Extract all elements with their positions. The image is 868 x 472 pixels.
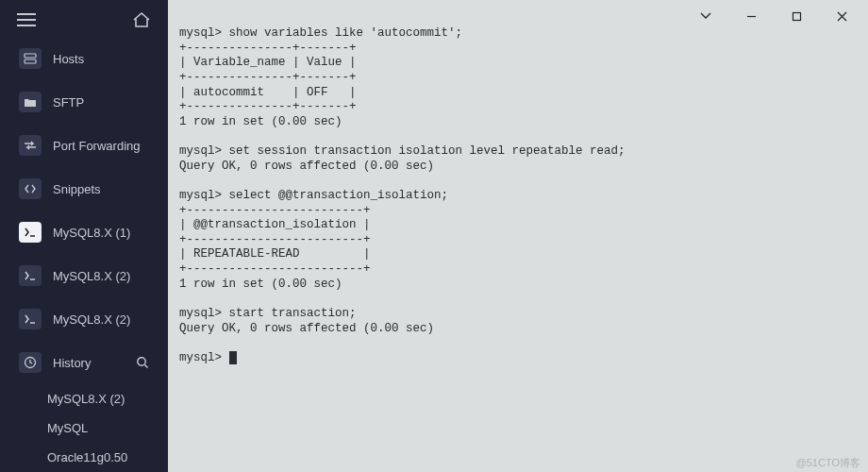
terminal-icon <box>19 309 42 329</box>
sidebar-item-history[interactable]: History <box>6 343 162 382</box>
hosts-icon <box>19 48 42 69</box>
cursor-icon <box>229 351 237 364</box>
sidebar-item-label: Port Forwarding <box>53 139 149 153</box>
arrows-icon <box>19 135 42 156</box>
sidebar-header <box>0 8 168 31</box>
history-item[interactable]: MySQL <box>43 413 168 443</box>
terminal-icon <box>19 265 42 286</box>
close-button[interactable] <box>821 2 862 30</box>
history-item[interactable]: Oracle11g0.50 <box>43 443 168 472</box>
folder-icon <box>19 92 42 112</box>
sidebar-item-mysql-2b[interactable]: MySQL8.X (2) <box>6 299 162 339</box>
sidebar-item-label: History <box>53 356 125 370</box>
svg-rect-0 <box>25 54 36 58</box>
sidebar-list: Hosts SFTP Port Forwarding Snippets MySQ… <box>0 31 168 472</box>
sidebar-item-label: Hosts <box>53 52 149 66</box>
sidebar-item-snippets[interactable]: Snippets <box>6 169 162 209</box>
maximize-button[interactable] <box>776 2 817 30</box>
terminal-icon <box>19 222 42 243</box>
window-controls <box>685 0 868 32</box>
sidebar-item-label: MySQL8.X (2) <box>53 312 149 327</box>
home-icon[interactable] <box>132 10 151 29</box>
sidebar-item-mysql-2a[interactable]: MySQL8.X (2) <box>6 256 162 295</box>
chevron-down-icon[interactable] <box>685 2 726 30</box>
sidebar-item-label: SFTP <box>53 95 149 110</box>
history-children: MySQL8.X (2) MySQL Oracle11g0.50 <box>0 384 168 472</box>
terminal-prompt: mysql> <box>179 351 229 364</box>
terminal-output[interactable]: mysql> show variables like 'autocommit';… <box>168 0 868 365</box>
svg-rect-4 <box>793 12 800 20</box>
search-icon[interactable] <box>136 356 149 369</box>
menu-icon[interactable] <box>17 10 36 29</box>
minimize-button[interactable] <box>730 2 772 30</box>
sidebar: Hosts SFTP Port Forwarding Snippets MySQ… <box>0 0 168 472</box>
sidebar-item-label: MySQL8.X (1) <box>53 226 149 240</box>
sidebar-item-sftp[interactable]: SFTP <box>6 82 162 122</box>
sidebar-item-label: Snippets <box>53 182 149 196</box>
sidebar-item-hosts[interactable]: Hosts <box>6 39 162 78</box>
main-panel: mysql> show variables like 'autocommit';… <box>168 0 868 472</box>
svg-point-3 <box>138 358 145 365</box>
svg-rect-1 <box>25 59 36 63</box>
clock-icon <box>19 352 42 373</box>
code-icon <box>19 178 42 199</box>
terminal-lines: mysql> show variables like 'autocommit';… <box>179 26 626 335</box>
sidebar-item-port-forwarding[interactable]: Port Forwarding <box>6 126 162 165</box>
watermark-text: @51CTO博客 <box>796 456 860 470</box>
history-item[interactable]: MySQL8.X (2) <box>43 384 168 413</box>
sidebar-item-mysql-1[interactable]: MySQL8.X (1) <box>6 212 162 252</box>
sidebar-item-label: MySQL8.X (2) <box>53 269 149 283</box>
